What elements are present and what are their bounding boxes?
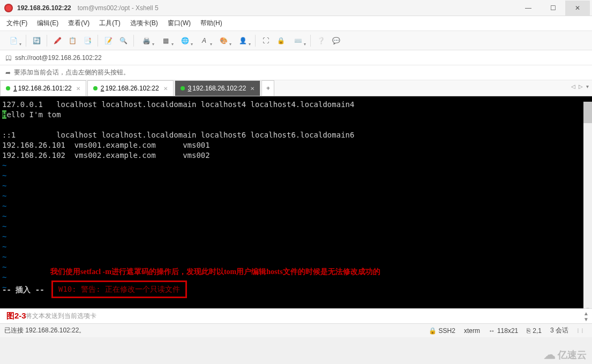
tab-scroll-left-icon[interactable]: ◁	[571, 84, 575, 89]
fullscreen-icon[interactable]: ⛶	[259, 34, 273, 48]
status-dot-icon	[93, 86, 98, 90]
language-icon[interactable]: 🌐	[176, 34, 194, 48]
watermark: ☁ 亿速云	[544, 348, 587, 362]
tab-label: 192.168.26.102:22	[105, 85, 159, 92]
tab-3[interactable]: 3 192.168.26.102:22 ✕	[175, 80, 261, 96]
input-placeholder[interactable]: 将文本发送到当前选项卡	[26, 312, 96, 321]
status-sessions: 3 会话	[550, 326, 568, 335]
layout-icon[interactable]: ▦	[156, 34, 175, 48]
new-session-icon[interactable]: 📄	[4, 34, 23, 48]
tab-scroll-right-icon[interactable]: ▷	[579, 84, 583, 89]
menu-view[interactable]: 查看(V)	[68, 19, 89, 28]
color-icon[interactable]: 🎨	[214, 34, 233, 48]
menu-file[interactable]: 文件(F)	[6, 19, 27, 28]
menu-window[interactable]: 窗口(W)	[168, 19, 191, 28]
status-term: xterm	[464, 327, 480, 335]
hint-arrow-icon[interactable]: ➦	[5, 69, 11, 77]
tab-1[interactable]: 1 192.168.26.101:22 ✕	[0, 80, 86, 96]
menu-tools[interactable]: 工具(T)	[99, 19, 120, 28]
figure-label: 图2-3	[6, 311, 26, 321]
address-lock-icon: 🕮	[5, 54, 12, 62]
annotation-text: 我们使用setfacl -m进行遮罩码的操作后，发现此时以tom用户编辑host…	[50, 267, 380, 277]
status-size: 118x21	[497, 327, 518, 335]
tab-2[interactable]: 2 192.168.26.102:22 ✕	[87, 80, 174, 96]
menu-help[interactable]: 帮助(H)	[200, 19, 222, 28]
font-icon[interactable]: A	[195, 34, 213, 48]
help-icon[interactable]: ❔	[314, 34, 328, 48]
search-icon[interactable]: 🔍	[116, 34, 130, 48]
scroll-thumb[interactable]	[583, 102, 592, 123]
input-options-icon[interactable]: ▲▼	[583, 310, 589, 322]
copy-icon[interactable]: 📋	[65, 34, 79, 48]
highlight-icon[interactable]: 🖍️	[50, 34, 64, 48]
num-indicator: ⁞	[581, 327, 583, 335]
close-button[interactable]: ✕	[565, 1, 590, 16]
tab-close-icon[interactable]: ✕	[250, 86, 254, 92]
status-dot-icon	[6, 86, 10, 90]
cloud-icon: ☁	[544, 348, 556, 362]
minimize-button[interactable]: —	[516, 1, 541, 16]
hint-text: 要添加当前会话，点击左侧的箭头按钮。	[14, 68, 130, 77]
lock-small-icon: 🔒	[429, 327, 437, 335]
pos-icon: ⎘	[527, 327, 530, 335]
print-icon[interactable]: 🖨️	[137, 34, 155, 48]
menu-tabs[interactable]: 选项卡(B)	[130, 19, 158, 28]
lock-icon[interactable]: 🔒	[274, 34, 288, 48]
new-tab-icon[interactable]: 📑	[80, 34, 94, 48]
reconnect-icon[interactable]: 🔄	[29, 34, 43, 48]
terminal[interactable]: 127.0.0.1 localhost localhost.localdomai…	[0, 96, 592, 308]
scrollbar[interactable]: ▲ ▼	[583, 102, 592, 314]
warning-box: W10: 警告: 正在修改一个只读文件	[51, 280, 187, 298]
status-ssh: SSH2	[439, 327, 455, 335]
status-pos: 2,1	[533, 327, 542, 335]
size-icon: ↔	[489, 327, 495, 335]
tab-close-icon[interactable]: ✕	[163, 86, 168, 92]
menu-edit[interactable]: 编辑(E)	[37, 19, 58, 28]
add-tab-button[interactable]: +	[261, 80, 274, 96]
properties-icon[interactable]: 📝	[101, 34, 115, 48]
address-text[interactable]: ssh://root@192.168.26.102:22	[15, 54, 102, 62]
keyboard-icon[interactable]: ⌨️	[289, 34, 307, 48]
status-connected: 已连接 192.168.26.102:22。	[4, 326, 85, 335]
window-title: 192.168.26.102:22	[17, 4, 71, 12]
window-subtitle: tom@vms002:/opt - Xshell 5	[78, 4, 159, 12]
status-dot-icon	[181, 86, 185, 90]
user-icon[interactable]: 👤	[234, 34, 252, 48]
chat-icon[interactable]: 💬	[329, 34, 343, 48]
tab-menu-icon[interactable]: ▾	[586, 84, 589, 89]
tab-label: 192.168.26.102:22	[192, 85, 246, 92]
tab-label: 192.168.26.101:22	[18, 85, 72, 92]
caps-indicator: ⁞	[577, 327, 579, 335]
app-logo-icon	[4, 4, 13, 12]
maximize-button[interactable]: ☐	[541, 1, 565, 16]
tab-close-icon[interactable]: ✕	[76, 86, 80, 92]
vim-mode-text: -- 插入 --	[2, 285, 44, 295]
